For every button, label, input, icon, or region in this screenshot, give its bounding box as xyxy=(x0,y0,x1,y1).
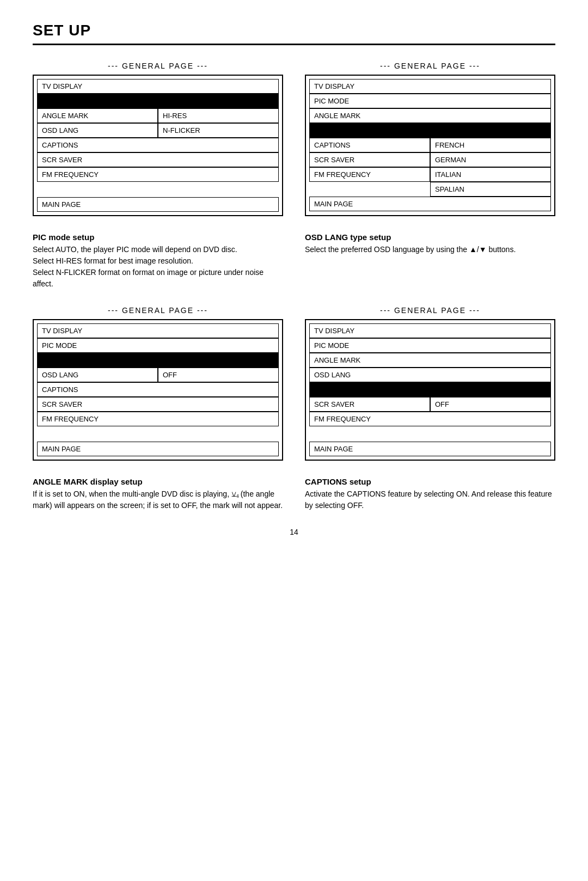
captions-3: CAPTIONS xyxy=(37,382,279,397)
desc-3-col: ANGLE MARK display setup If it is set to… xyxy=(33,477,283,511)
menu-box-4: TV DISPLAY PIC MODE ANGLE MARK OSD LANG … xyxy=(305,319,555,461)
osd-lang-1: OSD LANG xyxy=(37,123,158,138)
desc-3-text: If it is set to ON, when the multi-angle… xyxy=(33,488,283,511)
angle-mark-4: ANGLE MARK xyxy=(309,353,551,368)
diagram-2-col: --- GENERAL PAGE --- TV DISPLAY PIC MODE… xyxy=(305,62,555,216)
fm-frequency-1: FM FREQUENCY xyxy=(37,167,279,182)
tv-display-3: TV DISPLAY xyxy=(37,323,279,338)
angle-hires-row: ANGLE MARK HI-RES xyxy=(37,108,279,123)
section-label-3: --- GENERAL PAGE --- xyxy=(33,306,283,315)
captions-2: CAPTIONS xyxy=(309,138,430,152)
hi-res-1: HI-RES xyxy=(158,108,279,123)
black-cell-1b xyxy=(158,94,279,108)
scr-saver-3: SCR SAVER xyxy=(37,397,279,412)
pic-mode-3: PIC MODE xyxy=(37,338,279,353)
desc-2-text: Select the preferred OSD language by usi… xyxy=(305,244,555,255)
black-cell-3a xyxy=(37,353,158,368)
black-cell-3b xyxy=(158,353,279,368)
angle-mark-1: ANGLE MARK xyxy=(37,108,158,123)
desc-1-col: PIC mode setup Select AUTO, the player P… xyxy=(33,233,283,290)
top-descriptions: PIC mode setup Select AUTO, the player P… xyxy=(33,233,555,290)
black-row-3 xyxy=(37,353,279,368)
captions-1: CAPTIONS xyxy=(37,138,279,152)
menu-box-2: TV DISPLAY PIC MODE ANGLE MARK CAPTIONS … xyxy=(305,75,555,216)
black-row-4 xyxy=(309,382,551,397)
section-label-4: --- GENERAL PAGE --- xyxy=(305,306,555,315)
menu-box-1: TV DISPLAY ANGLE MARK HI-RES OSD LANG N-… xyxy=(33,75,283,216)
n-flicker-1: N-FLICKER xyxy=(158,123,279,138)
main-page-3: MAIN PAGE xyxy=(37,442,279,456)
desc-4-title: CAPTIONS setup xyxy=(305,477,555,486)
diagram-4-col: --- GENERAL PAGE --- TV DISPLAY PIC MODE… xyxy=(305,306,555,461)
tv-display-4: TV DISPLAY xyxy=(309,323,551,338)
top-diagram-row: --- GENERAL PAGE --- TV DISPLAY ANGLE MA… xyxy=(33,62,555,216)
section-label-1: --- GENERAL PAGE --- xyxy=(33,62,283,70)
fm-frequency-4: FM FREQUENCY xyxy=(309,412,551,426)
pic-mode-2: PIC MODE xyxy=(309,94,551,108)
desc-3-title: ANGLE MARK display setup xyxy=(33,477,283,486)
main-page-4: MAIN PAGE xyxy=(309,442,551,456)
scr-saver-1: SCR SAVER xyxy=(37,152,279,167)
osd-nflicker-row: OSD LANG N-FLICKER xyxy=(37,123,279,138)
main-page-1: MAIN PAGE xyxy=(37,197,279,212)
black-cell-4a xyxy=(309,382,430,397)
page-number: 14 xyxy=(33,528,555,536)
scrsaver-german-row: SCR SAVER GERMAN xyxy=(309,152,551,167)
desc-1-text: Select AUTO, the player PIC mode will de… xyxy=(33,244,283,290)
scr-saver-2: SCR SAVER xyxy=(309,152,430,167)
scr-saver-4: SCR SAVER xyxy=(309,397,430,412)
off-3: OFF xyxy=(158,368,279,382)
black-row-2 xyxy=(309,123,551,138)
italian-2: ITALIAN xyxy=(430,167,551,182)
osd-lang-4: OSD LANG xyxy=(309,368,551,382)
scrsaver-off-row: SCR SAVER OFF xyxy=(309,397,551,412)
black-row-1 xyxy=(37,94,279,108)
spalian-row: SPALIAN xyxy=(309,182,551,197)
fm-frequency-3: FM FREQUENCY xyxy=(37,412,279,426)
desc-1-title: PIC mode setup xyxy=(33,233,283,242)
fm-frequency-2: FM FREQUENCY xyxy=(309,167,430,182)
menu-box-3: TV DISPLAY PIC MODE OSD LANG OFF CAPTION… xyxy=(33,319,283,461)
page-title: SET UP xyxy=(33,22,555,45)
off-4: OFF xyxy=(430,397,551,412)
desc-4-col: CAPTIONS setup Activate the CAPTIONS fea… xyxy=(305,477,555,511)
section-label-2: --- GENERAL PAGE --- xyxy=(305,62,555,70)
osd-off-row: OSD LANG OFF xyxy=(37,368,279,382)
diagram-1-col: --- GENERAL PAGE --- TV DISPLAY ANGLE MA… xyxy=(33,62,283,216)
main-page-2: MAIN PAGE xyxy=(309,197,551,211)
bottom-diagram-row: --- GENERAL PAGE --- TV DISPLAY PIC MODE… xyxy=(33,306,555,461)
osd-lang-3: OSD LANG xyxy=(37,368,158,382)
black-cell-2a xyxy=(309,123,430,138)
pic-mode-4: PIC MODE xyxy=(309,338,551,353)
desc-2-title: OSD LANG type setup xyxy=(305,233,555,242)
black-cell-2b xyxy=(430,123,551,138)
fm-italian-row: FM FREQUENCY ITALIAN xyxy=(309,167,551,182)
german-2: GERMAN xyxy=(430,152,551,167)
bottom-descriptions: ANGLE MARK display setup If it is set to… xyxy=(33,477,555,511)
black-cell-4b xyxy=(430,382,551,397)
diagram-3-col: --- GENERAL PAGE --- TV DISPLAY PIC MODE… xyxy=(33,306,283,461)
desc-4-text: Activate the CAPTIONS feature by selecti… xyxy=(305,488,555,511)
angle-mark-2: ANGLE MARK xyxy=(309,108,551,123)
tv-display-2: TV DISPLAY xyxy=(309,79,551,94)
tv-display-1: TV DISPLAY xyxy=(37,79,279,94)
french-2: FRENCH xyxy=(430,138,551,152)
black-cell-1a xyxy=(37,94,158,108)
desc-2-col: OSD LANG type setup Select the preferred… xyxy=(305,233,555,290)
captions-french-row: CAPTIONS FRENCH xyxy=(309,138,551,152)
spalian-2: SPALIAN xyxy=(430,182,551,197)
